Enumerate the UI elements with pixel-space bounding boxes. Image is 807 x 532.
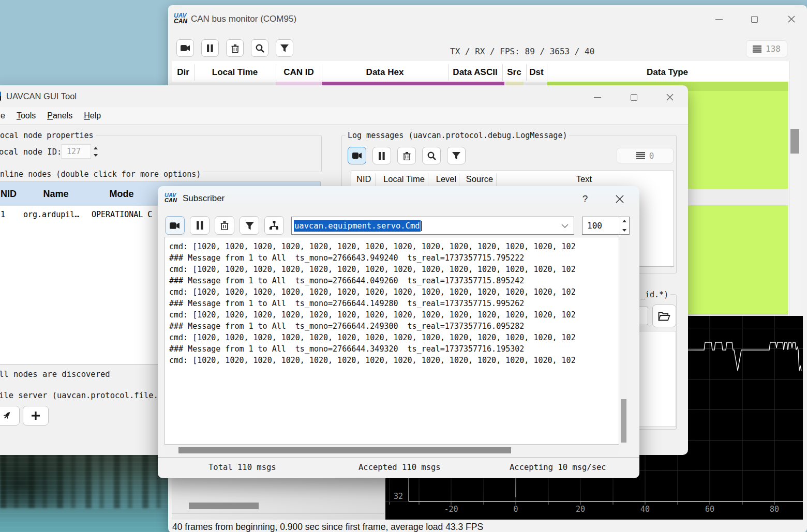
menu-bar: e Tools Panels Help bbox=[0, 107, 688, 125]
local-node-id-spinbox[interactable]: 127 bbox=[61, 144, 91, 159]
log-filter-button[interactable] bbox=[447, 147, 466, 164]
help-button[interactable]: ? bbox=[576, 191, 594, 207]
col-header-local-time[interactable]: Local Time bbox=[194, 63, 276, 82]
close-button[interactable] bbox=[780, 10, 803, 28]
col-header-dir[interactable]: Dir bbox=[172, 63, 194, 82]
menu-panels[interactable]: Panels bbox=[47, 111, 72, 120]
log-line: cmd: [1020, 1020, 1020, 1020, 1020, 1020… bbox=[169, 264, 619, 275]
title-bar bbox=[158, 186, 639, 212]
spinbox-arrows[interactable] bbox=[620, 217, 629, 235]
col-header-can-id[interactable]: CAN ID bbox=[276, 63, 322, 82]
table-scrollbar[interactable] bbox=[789, 61, 801, 316]
waveform-trace bbox=[680, 342, 801, 371]
vertical-scrollbar[interactable] bbox=[620, 237, 627, 445]
log-clear-button[interactable] bbox=[397, 147, 416, 164]
col-header-data-ascii[interactable]: Data ASCII bbox=[448, 63, 502, 82]
maximize-button[interactable] bbox=[742, 10, 766, 28]
video-camera-icon bbox=[170, 222, 180, 230]
record-button[interactable] bbox=[165, 216, 185, 235]
col-header-src[interactable]: Src bbox=[502, 63, 526, 82]
x-tick: 40 bbox=[640, 505, 650, 514]
desktop: UAV CAN CAN bus monitor (COM95) TX / RX … bbox=[0, 0, 807, 532]
menu-file-partial[interactable]: e bbox=[1, 111, 5, 120]
local-node-group-label: ocal node properties bbox=[0, 131, 96, 140]
log-pause-button[interactable] bbox=[372, 147, 391, 164]
horizontal-scrollbar[interactable] bbox=[165, 446, 619, 454]
close-icon bbox=[666, 94, 674, 101]
message-log-textarea[interactable]: cmd: [1020, 1020, 1020, 1020, 1020, 1020… bbox=[165, 237, 619, 445]
nodes-col-mode[interactable]: Mode bbox=[91, 182, 153, 206]
menu-tools[interactable]: Tools bbox=[17, 111, 36, 120]
filter-button[interactable] bbox=[276, 39, 293, 57]
log-line: cmd: [1020, 1020, 1020, 1020, 1020, 1020… bbox=[169, 309, 619, 321]
col-header-data-type[interactable]: Data Type bbox=[547, 63, 788, 82]
log-col-nid[interactable]: NID bbox=[356, 174, 371, 184]
nodes-col-nid[interactable]: NID bbox=[1, 182, 17, 206]
node-id-spin-arrows[interactable] bbox=[91, 144, 100, 159]
video-camera-icon bbox=[352, 152, 362, 159]
search-icon bbox=[427, 151, 436, 160]
filter-icon bbox=[452, 151, 460, 160]
partial-group-label: _id.*) bbox=[638, 290, 670, 299]
chevron-down-icon bbox=[561, 224, 569, 228]
spin-down-icon[interactable] bbox=[91, 151, 100, 159]
log-col-local-time[interactable]: Local Time bbox=[378, 174, 430, 184]
log-line: ### Message from 1 to All ts_mono=276664… bbox=[169, 252, 619, 264]
log-col-level[interactable]: Level bbox=[432, 174, 460, 184]
message-type-combobox[interactable]: uavcan.equipment.servo.Cmd bbox=[291, 217, 574, 235]
pause-icon bbox=[207, 44, 213, 52]
file-server-add-path-button[interactable] bbox=[23, 406, 49, 425]
pause-button[interactable] bbox=[190, 216, 210, 235]
spin-up-icon[interactable] bbox=[91, 144, 100, 151]
log-line: cmd: [1020, 1020, 1020, 1020, 1020, 1020… bbox=[169, 355, 619, 366]
log-record-button[interactable] bbox=[348, 147, 366, 164]
file-server-start-button[interactable] bbox=[0, 406, 20, 425]
status-total: Total 110 msgs bbox=[208, 463, 276, 472]
plus-icon bbox=[31, 411, 40, 420]
local-node-id-label: ocal node ID: bbox=[0, 147, 62, 157]
log-line: ### Message from 1 to All ts_mono=276664… bbox=[169, 298, 619, 309]
menu-help[interactable]: Help bbox=[84, 111, 101, 120]
search-button[interactable] bbox=[251, 39, 268, 57]
close-button[interactable] bbox=[658, 88, 682, 106]
log-line: cmd: [1020, 1020, 1020, 1020, 1020, 1020… bbox=[169, 241, 619, 252]
trash-icon bbox=[220, 221, 229, 230]
rocket-icon bbox=[2, 411, 12, 421]
log-search-button[interactable] bbox=[422, 147, 441, 164]
log-col-text[interactable]: Text bbox=[506, 174, 662, 184]
horizontal-scrollbar-thumb[interactable] bbox=[178, 447, 511, 453]
col-header-data-hex[interactable]: Data Hex bbox=[322, 63, 448, 82]
x-tick: 20 bbox=[576, 505, 585, 514]
browse-button[interactable] bbox=[652, 305, 676, 327]
minimize-button[interactable] bbox=[586, 88, 609, 106]
log-line: ### Message from 1 to All ts_mono=276664… bbox=[169, 321, 619, 332]
clear-button[interactable] bbox=[215, 216, 234, 235]
minimize-button[interactable] bbox=[707, 10, 731, 28]
spin-down-icon[interactable] bbox=[620, 226, 629, 235]
col-header-dst[interactable]: Dst bbox=[526, 63, 547, 82]
spin-up-icon[interactable] bbox=[620, 217, 629, 226]
app-icon bbox=[0, 92, 1, 101]
list-icon bbox=[636, 152, 645, 159]
close-button[interactable] bbox=[609, 191, 631, 207]
x-tick: 60 bbox=[705, 505, 714, 514]
online-nodes-group-label: nline nodes (double click for more optio… bbox=[0, 170, 203, 179]
table-scrollbar-thumb[interactable] bbox=[790, 129, 799, 154]
subscriber-window: UAV CAN Subscriber ? uavcan.equipment.se… bbox=[158, 186, 639, 478]
y-axis-tick: 32 bbox=[394, 492, 403, 501]
vertical-scrollbar-thumb[interactable] bbox=[621, 399, 626, 443]
type-tree-button[interactable] bbox=[264, 216, 284, 235]
status-accepting: Accepting 10 msg/sec bbox=[510, 463, 606, 472]
subscriber-status-bar: Total 110 msgs Accepted 110 msgs Accepti… bbox=[158, 457, 639, 478]
hscrollbar-thumb[interactable] bbox=[189, 503, 259, 509]
record-button[interactable] bbox=[176, 39, 194, 57]
nodes-col-name[interactable]: Name bbox=[23, 182, 88, 206]
discovery-status: ll nodes are discovered bbox=[0, 370, 110, 379]
minimize-icon bbox=[594, 97, 601, 98]
clear-button[interactable] bbox=[226, 39, 244, 57]
maximize-button[interactable] bbox=[622, 88, 646, 106]
log-col-source[interactable]: Source bbox=[462, 174, 497, 184]
maximize-icon bbox=[751, 16, 758, 23]
pause-button[interactable] bbox=[201, 39, 219, 57]
filter-button[interactable] bbox=[240, 216, 259, 235]
